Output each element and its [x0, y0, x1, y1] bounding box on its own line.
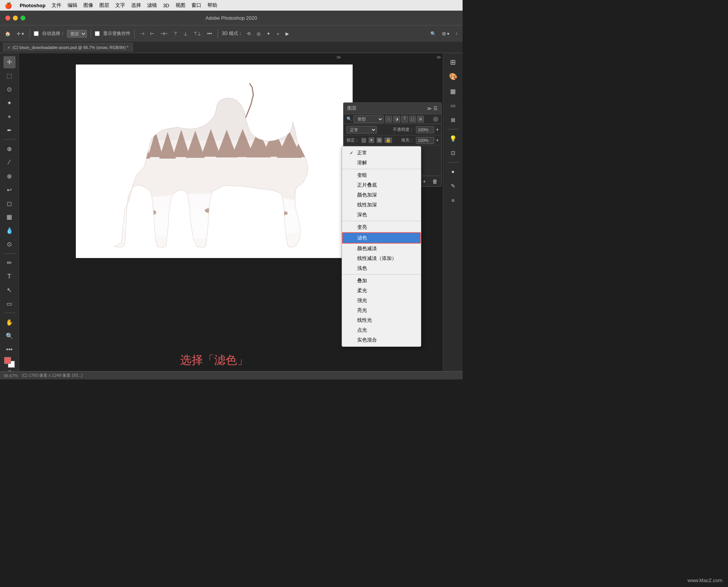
properties-icon[interactable]: 💡	[447, 132, 459, 145]
blend-darker-color[interactable]: 深色	[342, 210, 421, 220]
fill-dropdown-icon[interactable]: ▾	[436, 138, 438, 142]
home-tool[interactable]: 🏠	[3, 30, 13, 38]
paths-icon[interactable]: ✎	[447, 180, 459, 192]
3d-mode-scale[interactable]: ▶	[284, 30, 291, 38]
lock-all-icon[interactable]: 🔒	[384, 137, 392, 143]
3d-mode-pan[interactable]: ✦	[265, 30, 272, 38]
blend-linear-light[interactable]: 线性光	[342, 315, 421, 325]
blend-hard-light[interactable]: 强光	[342, 296, 421, 305]
layers-expand-icon[interactable]: ≫	[427, 106, 432, 111]
healing-tool-btn[interactable]: ⊕	[3, 143, 16, 155]
blend-linear-burn[interactable]: 线性加深	[342, 200, 421, 210]
menu-file[interactable]: 文件	[52, 2, 61, 9]
collapse-panel-left[interactable]: ≫	[436, 55, 441, 60]
type-filter-icon[interactable]: T	[401, 116, 408, 123]
menu-image[interactable]: 图像	[83, 2, 93, 9]
align-center-h[interactable]: ⊢	[148, 30, 156, 38]
blend-multiply[interactable]: 正片叠底	[342, 180, 421, 190]
eyedropper-tool-btn[interactable]: ✒	[3, 124, 16, 137]
stamp-tool-btn[interactable]: ⊗	[3, 170, 16, 182]
blend-overlay[interactable]: 叠加	[342, 276, 421, 286]
workspace-button[interactable]: ⊞ ▾	[440, 30, 451, 38]
align-top[interactable]: ⊤	[172, 30, 179, 38]
blend-pin-light[interactable]: 点光	[342, 325, 421, 335]
menu-layer[interactable]: 图层	[99, 2, 109, 9]
brush-tool-btn[interactable]: ∕	[3, 156, 16, 168]
foreground-color-swatch[interactable]	[4, 357, 11, 364]
lock-artboard-icon[interactable]: ⊞	[377, 137, 382, 143]
filter-toggle[interactable]	[433, 116, 438, 122]
blend-vivid-light[interactable]: 亮光	[342, 305, 421, 315]
blend-screen[interactable]: 滤色	[342, 232, 421, 244]
3d-mode-orbit[interactable]: ⟲	[245, 30, 253, 38]
align-left[interactable]: ⊣	[138, 30, 146, 38]
layers-menu-icon[interactable]: ☰	[433, 106, 438, 111]
3d-mode-roll[interactable]: ◎	[255, 30, 262, 38]
collapse-panel-right[interactable]: ≫	[336, 55, 341, 60]
pixel-filter-icon[interactable]: □	[385, 116, 392, 123]
blend-hard-mix[interactable]: 实色混合	[342, 335, 421, 345]
path-selection-btn[interactable]: ↖	[3, 284, 16, 296]
auto-select-dropdown[interactable]: 图层	[67, 30, 87, 38]
menu-edit[interactable]: 编辑	[67, 2, 77, 9]
type-tool-btn[interactable]: T	[3, 271, 16, 283]
shape-tool-btn[interactable]: ▭	[3, 297, 16, 310]
blend-normal[interactable]: ✓ 正常	[342, 148, 421, 158]
more-options[interactable]: •••	[205, 30, 214, 38]
menu-photoshop[interactable]: Photoshop	[20, 3, 46, 8]
menu-help[interactable]: 帮助	[207, 2, 217, 9]
adjustments-icon[interactable]: ⊡	[447, 147, 459, 159]
foreground-background-swatches[interactable]	[4, 357, 15, 368]
layers-icon[interactable]: ⊞	[447, 56, 459, 68]
dodge-tool-btn[interactable]: ⊙	[3, 238, 16, 250]
minimize-button[interactable]	[13, 16, 18, 20]
color-icon[interactable]: 🎨	[447, 71, 459, 83]
move-tool[interactable]: ✛ ▾	[15, 30, 26, 38]
menu-3d[interactable]: 3D	[163, 3, 169, 8]
lock-position-icon[interactable]: ✦	[369, 137, 374, 143]
blend-soft-light[interactable]: 柔光	[342, 286, 421, 296]
more-tools-btn[interactable]: •••	[3, 343, 16, 356]
patterns-icon[interactable]: ⊠	[447, 114, 459, 126]
selection-tool-btn[interactable]: ⬚	[3, 70, 16, 82]
3d-mode-slide[interactable]: ⟡	[275, 30, 281, 38]
lasso-tool-btn[interactable]: ⊙	[3, 83, 16, 96]
share-button[interactable]: ↑	[453, 30, 460, 38]
gradients-icon[interactable]: ▭	[447, 99, 459, 112]
add-layer-btn[interactable]: +	[420, 177, 428, 186]
blend-lighten[interactable]: 变亮	[342, 222, 421, 232]
search-button[interactable]: 🔍	[428, 30, 438, 38]
opacity-dropdown-icon[interactable]: ▾	[436, 127, 438, 132]
delete-layer-btn[interactable]: 🗑	[431, 177, 439, 186]
blend-color-burn[interactable]: 颜色加深	[342, 190, 421, 200]
wand-tool-btn[interactable]: ✦	[3, 97, 16, 109]
blend-mode-dropdown[interactable]: 正常	[347, 126, 377, 134]
layers-stack-icon[interactable]: ≡	[447, 194, 459, 206]
maximize-button[interactable]	[20, 16, 25, 20]
blend-dissolve[interactable]: 溶解	[342, 158, 421, 168]
hand-tool-btn[interactable]: ✋	[3, 316, 16, 328]
document-tab[interactable]: ✕ (C) bison_downloadable-asset.psd @ 66.…	[3, 43, 133, 52]
apple-icon[interactable]: 🍎	[5, 2, 12, 9]
menu-view[interactable]: 视图	[176, 2, 185, 9]
layers-type-filter[interactable]: 类型	[353, 115, 384, 123]
align-center-v[interactable]: ⊥	[182, 30, 189, 38]
crop-tool-btn[interactable]: ⌖	[3, 111, 16, 123]
zoom-tool-btn[interactable]: 🔍	[3, 330, 16, 342]
lock-pixels-icon[interactable]: □	[361, 138, 366, 143]
blend-color-dodge[interactable]: 颜色减淡	[342, 244, 421, 253]
history-brush-btn[interactable]: ↩	[3, 184, 16, 196]
gradient-tool-btn[interactable]: ▦	[3, 211, 16, 223]
adjustment-filter-icon[interactable]: ◑	[393, 116, 400, 123]
shape-filter-icon[interactable]: ◻	[409, 116, 416, 123]
show-transform-checkbox[interactable]	[95, 31, 100, 36]
pen-tool-btn[interactable]: ✏	[3, 257, 16, 269]
swatches-icon[interactable]: ▦	[447, 85, 459, 97]
menu-filter[interactable]: 滤镜	[147, 2, 157, 9]
opacity-input[interactable]	[416, 126, 434, 133]
blur-tool-btn[interactable]: 💧	[3, 225, 16, 237]
blend-darken[interactable]: 变暗	[342, 170, 421, 180]
eraser-tool-btn[interactable]: ◻	[3, 197, 16, 209]
blend-linear-dodge[interactable]: 线性减淡（添加）	[342, 253, 421, 263]
auto-select-checkbox[interactable]	[34, 31, 39, 36]
